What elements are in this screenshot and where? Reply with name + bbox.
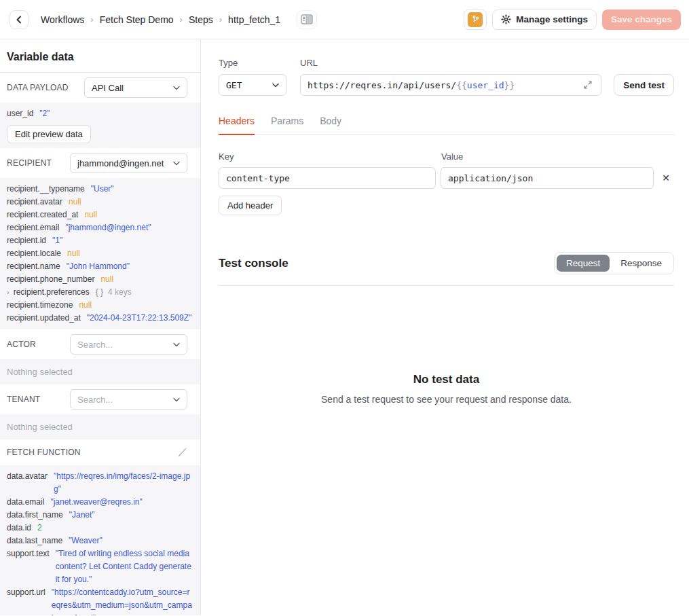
url-prefix: https://reqres.in/api/users/ bbox=[308, 80, 456, 90]
variable-value: null bbox=[69, 196, 193, 209]
variable-key: support.url bbox=[7, 586, 45, 615]
variable-value: "Janet" bbox=[69, 509, 193, 522]
breadcrumb-steps[interactable]: Steps bbox=[189, 14, 213, 25]
variable-value: "https://contentcaddy.io?utm_source=reqr… bbox=[52, 586, 193, 615]
expand-icon bbox=[583, 80, 593, 90]
chevron-right-icon[interactable]: › bbox=[7, 286, 10, 299]
method-select[interactable]: GET bbox=[219, 74, 286, 96]
test-console-header: Test console Request Response bbox=[219, 252, 674, 274]
breadcrumb-separator: › bbox=[90, 14, 93, 24]
breadcrumb-workflow-name[interactable]: Fetch Step Demo bbox=[100, 14, 174, 25]
actor-search-select[interactable]: Search... bbox=[70, 334, 187, 355]
breadcrumb-workflows[interactable]: Workflows bbox=[41, 14, 84, 25]
header-value-input[interactable] bbox=[441, 167, 654, 189]
add-header-button[interactable]: Add header bbox=[219, 196, 282, 215]
variable-data-panel: Variable data DATA PAYLOAD API Call user… bbox=[0, 39, 201, 615]
send-test-button[interactable]: Send test bbox=[614, 74, 674, 96]
variable-key: data.id bbox=[7, 522, 31, 535]
variable-value: "jhammond@ingen.net" bbox=[65, 221, 193, 234]
variable-value: "janet.weaver@reqres.in" bbox=[50, 496, 193, 509]
panel-title: Variable data bbox=[0, 39, 200, 73]
gear-icon bbox=[501, 14, 511, 24]
edit-preview-data-button[interactable]: Edit preview data bbox=[7, 125, 91, 143]
chevron-left-icon bbox=[14, 14, 24, 25]
variable-row: recipient.email"jhammond@ingen.net" bbox=[7, 221, 193, 234]
breadcrumb-step-name[interactable]: http_fetch_1 bbox=[228, 14, 280, 25]
variable-key: recipient.preferences bbox=[14, 286, 90, 299]
url-input[interactable]: https://reqres.in/api/users/{{user_id}} bbox=[300, 74, 601, 96]
variable-key: recipient.created_at bbox=[7, 209, 78, 221]
breadcrumb: Workflows › Fetch Step Demo › Steps › ht… bbox=[41, 14, 280, 25]
data-payload-rows: user_id"2" bbox=[7, 107, 193, 120]
variable-key: recipient.phone_number bbox=[7, 273, 94, 286]
data-payload-selected-value: API Call bbox=[92, 83, 124, 93]
variable-key: recipient.name bbox=[7, 260, 60, 273]
remove-header-button[interactable]: ✕ bbox=[658, 170, 674, 186]
header-key-input[interactable] bbox=[219, 167, 436, 189]
variable-value: null bbox=[67, 247, 193, 260]
commit-status-button[interactable] bbox=[464, 10, 487, 30]
variable-row: data.email"janet.weaver@reqres.in" bbox=[7, 496, 193, 509]
variable-row: recipient.localenull bbox=[7, 247, 193, 260]
tenant-search-select[interactable]: Search... bbox=[70, 389, 187, 410]
section-fetch-function: FETCH FUNCTION bbox=[0, 439, 200, 465]
toggle-response[interactable]: Response bbox=[611, 255, 671, 272]
chevron-down-icon bbox=[272, 83, 279, 88]
variable-key: data.last_name bbox=[7, 535, 62, 547]
toggle-request[interactable]: Request bbox=[557, 255, 610, 272]
request-config-row: Type GET URL https://reqres.in/api/users… bbox=[219, 58, 674, 96]
actor-search-placeholder: Search... bbox=[77, 340, 113, 350]
edit-fetch-function-button[interactable] bbox=[176, 446, 189, 459]
tab-params[interactable]: Params bbox=[271, 115, 303, 134]
section-data-payload: DATA PAYLOAD API Call bbox=[0, 73, 200, 103]
header-row: ✕ bbox=[219, 167, 674, 189]
chevron-down-icon bbox=[173, 161, 180, 166]
request-response-toggle: Request Response bbox=[554, 252, 674, 274]
header-column-labels: Key Value bbox=[219, 151, 674, 162]
method-type-group: Type GET bbox=[219, 58, 286, 96]
actor-empty-state: Nothing selected bbox=[0, 359, 200, 384]
method-selected-value: GET bbox=[226, 80, 242, 90]
tab-headers[interactable]: Headers bbox=[219, 115, 255, 135]
tenant-search-placeholder: Search... bbox=[77, 395, 113, 405]
variable-row: recipient.updated_at"2024-04-23T17:22:13… bbox=[7, 312, 193, 325]
git-branch-icon bbox=[471, 15, 480, 24]
save-changes-button[interactable]: Save changes bbox=[602, 10, 681, 30]
variable-key: data.avatar bbox=[7, 470, 48, 496]
expand-url-button[interactable] bbox=[582, 79, 594, 91]
section-tenant: TENANT Search... bbox=[0, 384, 200, 414]
tab-body[interactable]: Body bbox=[320, 115, 341, 134]
value-column-label: Value bbox=[441, 151, 463, 162]
data-payload-preview: user_id"2" Edit preview data bbox=[0, 103, 200, 148]
variable-row: recipient.timezonenull bbox=[7, 299, 193, 312]
variable-value-suffix: 4 keys bbox=[108, 287, 132, 297]
variable-row: data.first_name"Janet" bbox=[7, 509, 193, 522]
actor-label: ACTOR bbox=[7, 340, 36, 349]
fetch-function-label: FETCH FUNCTION bbox=[7, 448, 81, 457]
test-console-title: Test console bbox=[219, 257, 288, 270]
recipient-selected-value: jhammond@ingen.net bbox=[77, 158, 164, 168]
back-button[interactable] bbox=[10, 10, 29, 29]
sidebar-toggle-button[interactable] bbox=[297, 10, 317, 29]
type-label: Type bbox=[219, 58, 286, 68]
variable-row[interactable]: ›recipient.preferences{ }4 keys bbox=[7, 286, 193, 299]
breadcrumb-separator: › bbox=[180, 14, 183, 24]
variable-value: "1" bbox=[52, 234, 193, 247]
topbar: Workflows › Fetch Step Demo › Steps › ht… bbox=[0, 0, 689, 39]
variable-row: data.last_name"Weaver" bbox=[7, 535, 193, 547]
variable-key: recipient.email bbox=[7, 221, 59, 234]
variable-key: data.first_name bbox=[7, 509, 63, 522]
variable-value: "Weaver" bbox=[69, 535, 193, 547]
manage-settings-button[interactable]: Manage settings bbox=[492, 10, 597, 30]
chevron-down-icon bbox=[173, 86, 180, 90]
variable-key: recipient.updated_at bbox=[7, 312, 81, 325]
url-group: URL https://reqres.in/api/users/{{user_i… bbox=[300, 58, 601, 96]
variable-value: "https://reqres.in/img/faces/2-image.jpg… bbox=[54, 470, 193, 496]
pencil-icon bbox=[177, 447, 188, 458]
panel-layout-icon bbox=[301, 14, 313, 24]
data-payload-select[interactable]: API Call bbox=[84, 77, 187, 98]
recipient-select[interactable]: jhammond@ingen.net bbox=[70, 153, 187, 173]
variable-value: { }4 keys bbox=[96, 286, 193, 299]
variable-key: recipient.avatar bbox=[7, 196, 62, 209]
variable-row: data.avatar"https://reqres.in/img/faces/… bbox=[7, 470, 193, 496]
